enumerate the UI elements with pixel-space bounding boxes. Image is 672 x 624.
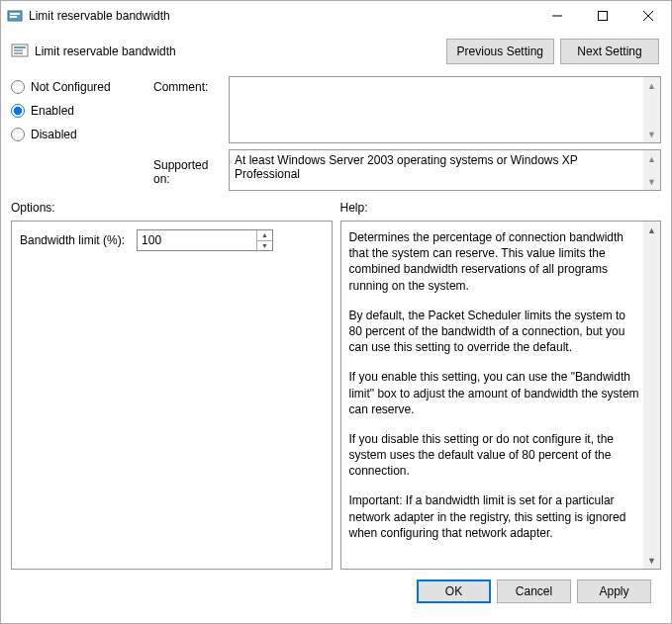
policy-title: Limit reservable bandwidth	[35, 45, 446, 58]
options-pane: Bandwidth limit (%): ▲ ▼	[11, 221, 333, 570]
maximize-button[interactable]	[580, 1, 625, 31]
radio-not-configured[interactable]: Not Configured	[11, 80, 149, 94]
help-paragraph: By default, the Packet Scheduler limits …	[349, 308, 641, 356]
help-paragraph: Important: If a bandwidth limit is set f…	[349, 492, 641, 541]
policy-list-icon	[11, 43, 29, 60]
help-paragraph: If you disable this setting or do not co…	[349, 431, 641, 480]
svg-rect-2	[10, 16, 17, 18]
supported-on-box: At least Windows Server 2003 operating s…	[229, 149, 661, 191]
comment-scrollbar[interactable]: ▲ ▼	[643, 77, 660, 142]
ok-button[interactable]: OK	[417, 579, 491, 603]
scroll-track[interactable]	[643, 238, 660, 552]
radio-disabled-input[interactable]	[11, 128, 25, 141]
supported-scrollbar[interactable]: ▲ ▼	[643, 150, 660, 190]
radio-enabled-input[interactable]	[11, 104, 25, 118]
window-title: Limit reservable bandwidth	[29, 9, 534, 23]
svg-rect-8	[14, 46, 26, 48]
policy-editor-window: Limit reservable bandwidth Limit reserva…	[0, 0, 672, 624]
cancel-button[interactable]: Cancel	[497, 579, 571, 603]
radio-disabled[interactable]: Disabled	[11, 128, 149, 141]
help-pane: Determines the percentage of connection …	[340, 221, 662, 570]
radio-not-configured-label: Not Configured	[31, 80, 111, 94]
scroll-down-icon[interactable]: ▼	[643, 173, 660, 190]
svg-rect-10	[14, 52, 23, 54]
svg-rect-4	[599, 12, 608, 21]
radio-disabled-label: Disabled	[31, 128, 77, 141]
help-scrollbar[interactable]: ▲ ▼	[643, 222, 660, 569]
bandwidth-limit-input[interactable]	[138, 230, 256, 250]
help-paragraph: Determines the percentage of connection …	[349, 229, 641, 294]
bandwidth-limit-label: Bandwidth limit (%):	[20, 233, 125, 247]
minimize-button[interactable]	[534, 1, 580, 31]
help-label: Help:	[340, 201, 662, 215]
scroll-up-icon[interactable]: ▲	[643, 150, 660, 167]
spinner-up-icon[interactable]: ▲	[257, 230, 272, 241]
bandwidth-limit-spinner[interactable]: ▲ ▼	[137, 229, 273, 251]
spinner-down-icon[interactable]: ▼	[257, 241, 272, 251]
comment-input[interactable]: ▲ ▼	[229, 76, 661, 143]
svg-rect-9	[14, 49, 23, 51]
next-setting-button[interactable]: Next Setting	[560, 39, 659, 64]
help-paragraph: If you enable this setting, you can use …	[349, 369, 641, 417]
comment-label: Comment:	[153, 76, 225, 94]
help-text: Determines the percentage of connection …	[349, 229, 641, 541]
radio-enabled[interactable]: Enabled	[11, 104, 149, 118]
supported-on-value: At least Windows Server 2003 operating s…	[235, 153, 578, 181]
scroll-down-icon[interactable]: ▼	[643, 126, 660, 142]
radio-enabled-label: Enabled	[31, 104, 74, 118]
scroll-up-icon[interactable]: ▲	[643, 77, 660, 94]
close-button[interactable]	[625, 1, 671, 31]
scroll-up-icon[interactable]: ▲	[643, 222, 660, 238]
options-label: Options:	[11, 201, 333, 215]
scroll-down-icon[interactable]: ▼	[643, 552, 660, 569]
previous-setting-button[interactable]: Previous Setting	[446, 39, 554, 64]
policy-icon	[7, 8, 23, 24]
apply-button[interactable]: Apply	[577, 579, 651, 603]
supported-label: Supported on:	[153, 154, 225, 186]
titlebar: Limit reservable bandwidth	[1, 1, 671, 31]
radio-not-configured-input[interactable]	[11, 80, 25, 94]
svg-rect-1	[10, 13, 20, 15]
